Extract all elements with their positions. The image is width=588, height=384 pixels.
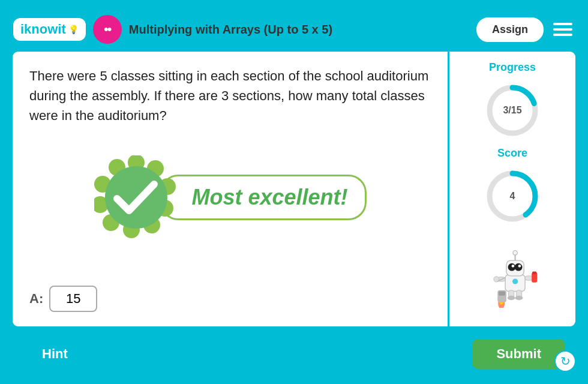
menu-line-1: [553, 23, 572, 25]
question-text: There were 5 classes sitting in each sec…: [29, 66, 431, 125]
svg-point-31: [515, 263, 523, 271]
right-panel: Progress 3/15 Score 4: [449, 52, 575, 326]
svg-point-27: [508, 296, 515, 300]
lesson-icon-dots: ••: [104, 22, 110, 37]
svg-point-35: [513, 251, 517, 255]
score-label: Score: [497, 147, 527, 160]
svg-rect-22: [525, 276, 533, 280]
feedback-banner: Most excellent!: [160, 175, 366, 220]
app-container: iknowit 💡 •• Multiplying with Arrays (Up…: [6, 9, 582, 375]
svg-point-32: [512, 265, 515, 268]
answer-input[interactable]: [49, 286, 97, 312]
next-arrow[interactable]: ↻: [554, 350, 576, 372]
mascot-area: [479, 233, 545, 317]
correct-badge: [94, 155, 178, 239]
header: iknowit 💡 •• Multiplying with Arrays (Up…: [6, 9, 582, 50]
main-content: There were 5 classes sitting in each sec…: [11, 50, 577, 328]
feedback-overlay: Most excellent!: [94, 155, 366, 239]
hint-button[interactable]: Hint: [23, 339, 87, 369]
progress-value: 3/15: [503, 105, 521, 116]
logo: iknowit 💡: [13, 18, 86, 41]
progress-chart: 3/15: [485, 83, 539, 137]
assign-button[interactable]: Assign: [476, 17, 544, 42]
svg-point-30: [508, 263, 516, 271]
lesson-icon: ••: [93, 15, 122, 44]
menu-line-3: [553, 34, 572, 36]
svg-rect-24: [532, 272, 536, 275]
arrow-icon: ↻: [560, 354, 571, 368]
submit-button[interactable]: Submit: [472, 339, 565, 369]
answer-area: A:: [29, 286, 431, 312]
mascot-svg: [479, 242, 545, 308]
score-value: 4: [510, 191, 515, 202]
svg-rect-18: [499, 292, 505, 296]
svg-point-28: [515, 296, 523, 300]
menu-line-2: [553, 28, 572, 31]
svg-point-33: [518, 265, 521, 268]
bottom-bar: Hint Submit: [6, 333, 582, 375]
badge-flower-svg: [94, 155, 178, 239]
lesson-title: Multiplying with Arrays (Up to 5 x 5): [129, 23, 469, 37]
logo-icon: 💡: [68, 25, 79, 34]
score-chart: 4: [485, 169, 539, 223]
answer-label: A:: [29, 291, 43, 307]
menu-button[interactable]: [551, 20, 575, 38]
logo-text: iknowit: [20, 22, 66, 37]
progress-label: Progress: [489, 61, 536, 74]
left-panel: There were 5 classes sitting in each sec…: [13, 52, 448, 326]
svg-point-36: [512, 278, 518, 284]
feedback-text: Most excellent!: [191, 185, 347, 209]
